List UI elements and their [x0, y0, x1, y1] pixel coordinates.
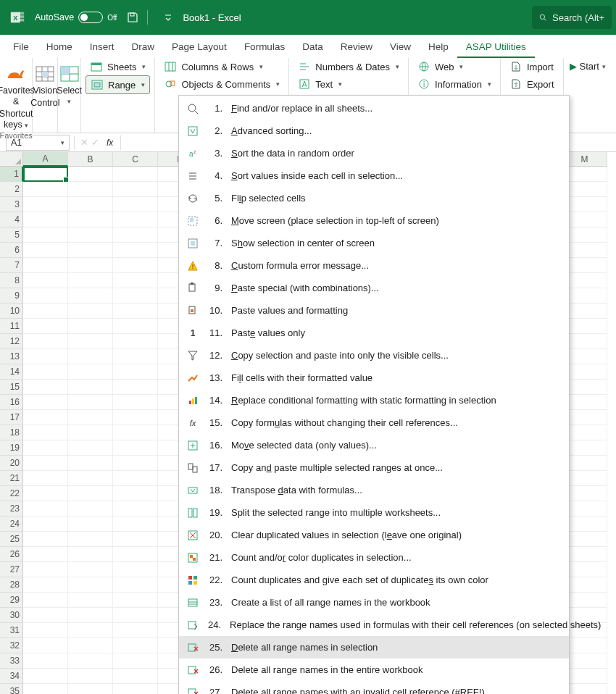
text-button[interactable]: AText▾: [294, 75, 404, 93]
cell[interactable]: [23, 364, 68, 380]
cell[interactable]: [23, 227, 68, 243]
cell[interactable]: [23, 653, 68, 669]
row-header[interactable]: 4: [0, 212, 23, 227]
row-header[interactable]: 33: [0, 653, 23, 669]
row-header[interactable]: 12: [0, 334, 23, 349]
row-header[interactable]: 25: [0, 532, 23, 547]
row-header[interactable]: 22: [0, 486, 23, 501]
range-menu-item-2[interactable]: 2.Advanced sorting...: [179, 120, 569, 142]
cell[interactable]: [113, 669, 158, 684]
cell[interactable]: [113, 319, 158, 334]
cell[interactable]: [113, 273, 158, 288]
range-menu-item-5[interactable]: 5.Flip selected cells: [179, 187, 569, 209]
cell[interactable]: [113, 501, 158, 517]
spreadsheet-grid[interactable]: ABCDM 1234567891011121314151617181920212…: [0, 152, 616, 694]
cell[interactable]: [23, 532, 68, 547]
cell[interactable]: [113, 608, 158, 623]
cell[interactable]: [23, 212, 68, 227]
row-header[interactable]: 15: [0, 380, 23, 395]
cell[interactable]: [113, 304, 158, 319]
cell[interactable]: [68, 304, 113, 319]
range-menu-item-8[interactable]: !8.Custom formula error message...: [179, 254, 569, 277]
cell[interactable]: [68, 577, 113, 593]
row-header[interactable]: 7: [0, 258, 23, 273]
columns-rows-button[interactable]: Columns & Rows▾: [159, 58, 284, 75]
tab-formulas[interactable]: Formulas: [236, 37, 294, 58]
cell[interactable]: [113, 547, 158, 562]
range-button[interactable]: Range▾: [86, 75, 150, 94]
range-menu-item-16[interactable]: 16.Move selected data (only values)...: [179, 434, 569, 456]
cell[interactable]: [23, 517, 68, 532]
select-all-triangle[interactable]: [0, 152, 23, 167]
cell[interactable]: [113, 410, 158, 425]
cell[interactable]: [68, 212, 113, 227]
objects-comments-button[interactable]: Objects & Comments▾: [159, 75, 284, 93]
export-button[interactable]: Export: [505, 75, 559, 93]
cell[interactable]: [113, 532, 158, 547]
cell[interactable]: [23, 638, 68, 653]
cell[interactable]: [23, 577, 68, 593]
cell[interactable]: [113, 197, 158, 212]
range-menu-item-11[interactable]: 111.Paste values only: [179, 322, 569, 344]
row-header[interactable]: 24: [0, 517, 23, 532]
row-header[interactable]: 30: [0, 608, 23, 623]
range-menu-item-10[interactable]: 10.Paste values and formatting: [179, 299, 569, 322]
cell[interactable]: [23, 349, 68, 364]
cell[interactable]: [113, 638, 158, 653]
cell[interactable]: [113, 243, 158, 258]
cell[interactable]: [113, 349, 158, 364]
cell[interactable]: [23, 501, 68, 517]
cell[interactable]: [68, 273, 113, 288]
row-header[interactable]: 9: [0, 288, 23, 304]
tab-help[interactable]: Help: [420, 37, 457, 58]
cell[interactable]: [23, 273, 68, 288]
tab-insert[interactable]: Insert: [81, 37, 123, 58]
cell[interactable]: [23, 608, 68, 623]
cell[interactable]: [68, 593, 113, 608]
row-header[interactable]: 32: [0, 638, 23, 653]
cell[interactable]: [113, 456, 158, 471]
numbers-dates-button[interactable]: Numbers & Dates▾: [294, 58, 404, 75]
range-menu-item-23[interactable]: 23.Create a list of all range names in t…: [179, 591, 569, 614]
range-menu-item-27[interactable]: 27.Delete all range names with an invali…: [179, 681, 569, 694]
autosave-toggle-icon[interactable]: [78, 12, 103, 23]
web-button[interactable]: Web▾: [413, 58, 496, 75]
row-header[interactable]: 28: [0, 577, 23, 593]
cell[interactable]: [68, 684, 113, 694]
row-header[interactable]: 13: [0, 349, 23, 364]
cell[interactable]: [113, 395, 158, 410]
range-menu-item-18[interactable]: 18.Transpose data with formulas...: [179, 479, 569, 501]
cell[interactable]: [23, 334, 68, 349]
tab-asap-utilities[interactable]: ASAP Utilities: [457, 37, 535, 58]
cell[interactable]: [113, 562, 158, 577]
range-menu-item-22[interactable]: 22.Count duplicates and give each set of…: [179, 569, 569, 591]
range-menu-item-4[interactable]: 4.Sort values inside each cell in select…: [179, 164, 569, 187]
import-button[interactable]: Import: [505, 58, 559, 75]
cell[interactable]: [68, 532, 113, 547]
cell[interactable]: [68, 456, 113, 471]
row-header[interactable]: 29: [0, 593, 23, 608]
row-header[interactable]: 35: [0, 684, 23, 694]
range-menu-item-19[interactable]: 19.Split the selected range into multipl…: [179, 501, 569, 524]
row-header[interactable]: 21: [0, 471, 23, 486]
cell[interactable]: [23, 304, 68, 319]
cell[interactable]: [113, 577, 158, 593]
select-button[interactable]: Select ▾: [54, 61, 85, 105]
cell[interactable]: [113, 471, 158, 486]
row-header[interactable]: 17: [0, 410, 23, 425]
cell[interactable]: [23, 669, 68, 684]
cell[interactable]: [68, 364, 113, 380]
cell[interactable]: [113, 334, 158, 349]
row-header[interactable]: 1: [0, 167, 23, 182]
cell[interactable]: [23, 425, 68, 440]
cell[interactable]: [68, 334, 113, 349]
column-header[interactable]: A: [23, 152, 68, 167]
cell[interactable]: [68, 349, 113, 364]
row-header[interactable]: 27: [0, 562, 23, 577]
row-header[interactable]: 31: [0, 623, 23, 638]
range-menu-item-9[interactable]: 9.Paste special (with combinations)...: [179, 277, 569, 299]
information-button[interactable]: iInformation▾: [413, 75, 496, 93]
cell[interactable]: [68, 547, 113, 562]
tab-data[interactable]: Data: [294, 37, 332, 58]
cell[interactable]: [68, 197, 113, 212]
